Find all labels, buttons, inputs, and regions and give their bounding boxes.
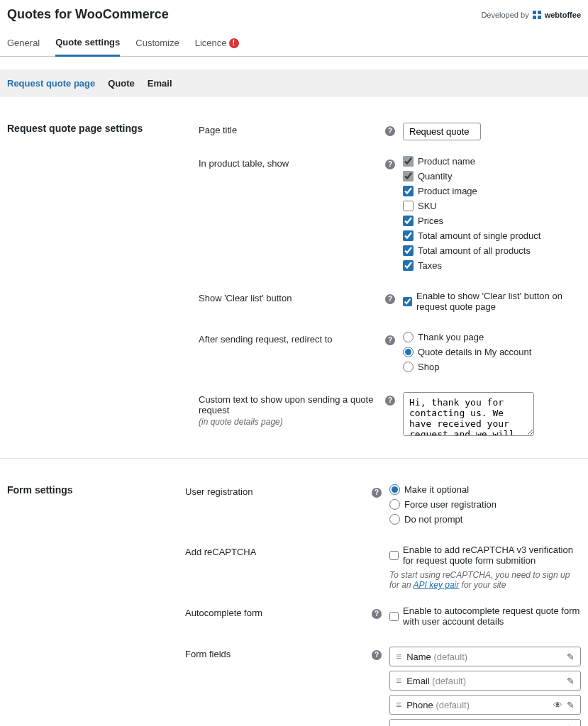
autocomplete-checkbox[interactable]: [389, 611, 399, 622]
help-icon[interactable]: ?: [372, 609, 382, 619]
pt-checkbox-total-amount-of-single-product[interactable]: [403, 230, 414, 241]
form-field-label: Message (default): [406, 724, 548, 727]
svg-rect-1: [538, 11, 541, 14]
form-field-label: Name (default): [406, 652, 562, 662]
label-product-table: In product table, show: [199, 156, 383, 169]
pt-label: Quantity: [418, 171, 452, 182]
visible-icon[interactable]: 👁: [553, 700, 562, 710]
page-title: Quotes for WooCommerce: [7, 7, 169, 22]
label-clear-list: Show 'Clear list' button: [199, 291, 383, 303]
recaptcha-checkbox[interactable]: [389, 550, 399, 561]
label-user-registration: User registration: [185, 484, 370, 497]
pt-checkbox-product-name: [403, 156, 414, 167]
form-field-message[interactable]: ≡Message (default)👁✎: [389, 719, 581, 726]
label-recaptcha: Add reCAPTCHA: [185, 544, 370, 557]
subtab-quote[interactable]: Quote: [108, 78, 135, 89]
form-field-email[interactable]: ≡Email (default)✎: [389, 671, 581, 691]
tab-customize[interactable]: Customize: [135, 31, 179, 56]
subtab-request-quote-page[interactable]: Request quote page: [7, 78, 95, 89]
edit-icon[interactable]: ✎: [567, 676, 575, 686]
form-field-label: Phone (default): [406, 700, 548, 710]
label-form-fields: Form fields: [185, 647, 370, 659]
svg-rect-0: [533, 11, 536, 14]
label-page-title: Page title: [199, 123, 383, 135]
tab-quote-settings[interactable]: Quote settings: [55, 31, 120, 57]
userreg-label: Make it optional: [404, 484, 469, 495]
main-tabs: GeneralQuote settingsCustomizeLicence!: [0, 31, 588, 57]
form-field-name[interactable]: ≡Name (default)✎: [389, 647, 581, 666]
pt-label: Total amount of single product: [418, 230, 540, 241]
drag-handle-icon[interactable]: ≡: [396, 675, 401, 686]
section-request-quote-page: Request quote page settings Page title ?…: [0, 97, 588, 459]
section-title: Form settings: [7, 484, 185, 726]
redirect-label: Thank you page: [418, 332, 484, 342]
redirect-radio-quote-details-in-my-account[interactable]: [403, 347, 414, 357]
label-redirect: After sending request, redirect to: [199, 332, 383, 345]
help-icon[interactable]: ?: [385, 396, 395, 406]
help-icon[interactable]: ?: [372, 650, 382, 660]
tab-general[interactable]: General: [7, 31, 40, 56]
userreg-label: Do not prompt: [404, 514, 462, 525]
subtab-email[interactable]: Email: [148, 78, 172, 89]
pt-label: Product name: [418, 156, 475, 167]
tab-licence[interactable]: Licence!: [195, 31, 239, 56]
pt-checkbox-quantity: [403, 171, 414, 182]
section-form-settings: Form settings User registration ? Make i…: [0, 459, 588, 726]
webtoffee-logo-icon: [533, 10, 541, 19]
edit-icon[interactable]: ✎: [567, 724, 575, 727]
userreg-label: Force user registration: [404, 499, 497, 510]
clear-list-desc: Enable to show 'Clear list' button on re…: [416, 291, 581, 312]
redirect-radio-shop[interactable]: [403, 362, 414, 372]
userreg-radio-do-not-prompt[interactable]: [389, 514, 400, 525]
pt-checkbox-total-amount-of-all-products[interactable]: [403, 245, 414, 256]
clear-list-checkbox[interactable]: [403, 296, 412, 307]
section-title: Request quote page settings: [7, 123, 199, 438]
pt-checkbox-sku[interactable]: [403, 201, 414, 211]
drag-handle-icon[interactable]: ≡: [396, 651, 401, 662]
redirect-label: Shop: [418, 362, 439, 372]
edit-icon[interactable]: ✎: [567, 652, 575, 662]
help-icon[interactable]: ?: [385, 126, 395, 136]
label-autocomplete: Autocomplete form: [185, 605, 370, 618]
edit-icon[interactable]: ✎: [567, 700, 575, 710]
pt-checkbox-taxes[interactable]: [403, 260, 414, 271]
label-custom-text: Custom text to show upon sending a quote…: [199, 392, 383, 427]
api-key-link[interactable]: API key pair: [414, 580, 460, 590]
drag-handle-icon[interactable]: ≡: [396, 723, 401, 726]
help-icon[interactable]: ?: [372, 488, 382, 498]
pt-label: Prices: [418, 216, 443, 226]
svg-rect-2: [533, 16, 536, 19]
recaptcha-desc: Enable to add reCAPTCHA v3 verification …: [403, 544, 581, 566]
drag-handle-icon[interactable]: ≡: [396, 699, 401, 710]
userreg-radio-make-it-optional[interactable]: [389, 484, 400, 495]
svg-rect-3: [538, 16, 541, 19]
redirect-label: Quote details in My account: [418, 347, 531, 357]
pt-label: SKU: [418, 201, 437, 211]
help-icon[interactable]: ?: [385, 294, 395, 304]
page-title-input[interactable]: [403, 123, 481, 140]
pt-label: Total amount of all products: [418, 245, 531, 256]
custom-text-textarea[interactable]: [403, 392, 534, 436]
recaptcha-note: To start using reCAPTCHA, you need to si…: [389, 570, 581, 590]
help-icon[interactable]: ?: [385, 160, 395, 169]
pt-label: Taxes: [418, 260, 442, 271]
form-field-phone[interactable]: ≡Phone (default)👁✎: [389, 695, 581, 715]
sub-tabs: Request quote pageQuoteEmail: [0, 69, 588, 97]
userreg-radio-force-user-registration[interactable]: [389, 499, 400, 510]
pt-checkbox-product-image[interactable]: [403, 186, 414, 196]
form-field-label: Email (default): [406, 676, 562, 686]
developed-by: Developed by webtoffee: [481, 10, 581, 19]
redirect-radio-thank-you-page[interactable]: [403, 332, 414, 342]
pt-label: Product image: [418, 186, 477, 196]
licence-alert-icon: !: [229, 38, 239, 48]
autocomplete-desc: Enable to autocomplete request quote for…: [403, 605, 581, 627]
hidden-icon[interactable]: 👁: [553, 724, 562, 727]
pt-checkbox-prices[interactable]: [403, 216, 414, 226]
help-icon[interactable]: ?: [385, 335, 395, 345]
